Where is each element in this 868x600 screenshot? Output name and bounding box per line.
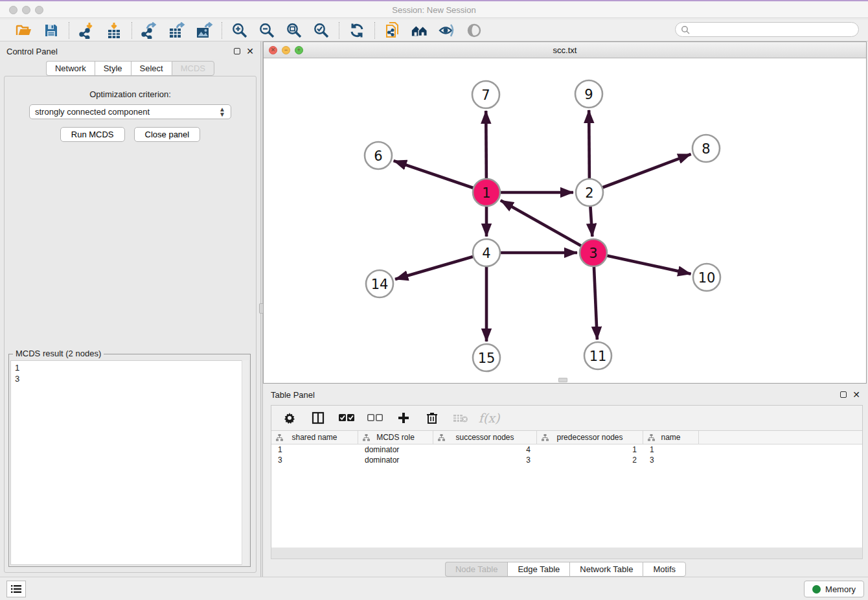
control-panel: Control Panel ✕ NetworkStyleSelectMCDS O… bbox=[0, 41, 260, 577]
import-network-icon[interactable] bbox=[78, 22, 96, 39]
mcds-result-group: MCDS result (2 nodes) 13 bbox=[8, 354, 251, 567]
memory-status-icon bbox=[812, 585, 821, 594]
tab-mcds[interactable]: MCDS bbox=[172, 61, 214, 76]
control-panel-close-icon[interactable]: ✕ bbox=[246, 48, 254, 54]
criterion-dropdown[interactable]: strongly connected component ▲▼ bbox=[29, 104, 231, 119]
edge-1-6[interactable] bbox=[394, 161, 486, 192]
import-table-icon[interactable] bbox=[105, 22, 123, 39]
tab-style[interactable]: Style bbox=[95, 61, 131, 76]
close-panel-button[interactable]: Close panel bbox=[134, 127, 201, 142]
cell-MCDS-role[interactable]: dominator bbox=[358, 444, 433, 455]
node-10[interactable]: 10 bbox=[693, 264, 720, 291]
criterion-value: strongly connected component bbox=[35, 107, 150, 117]
run-mcds-button[interactable]: Run MCDS bbox=[60, 127, 125, 142]
table-hscrollbar[interactable] bbox=[271, 548, 863, 559]
cell-successor-nodes[interactable]: 4 bbox=[433, 444, 537, 455]
table-panel-float-icon[interactable] bbox=[840, 391, 847, 398]
zoom-fit-icon[interactable] bbox=[285, 22, 303, 39]
svg-text:11: 11 bbox=[589, 349, 607, 364]
table-row[interactable]: 3dominator323 bbox=[271, 455, 862, 465]
node-7[interactable]: 7 bbox=[472, 81, 499, 108]
tab-select[interactable]: Select bbox=[131, 61, 172, 76]
clone-network-icon[interactable] bbox=[383, 22, 402, 39]
table-tabs: Node TableEdge TableNetwork TableMotifs bbox=[263, 562, 868, 577]
hide-selected-icon[interactable] bbox=[438, 22, 456, 39]
cell-MCDS-role[interactable]: dominator bbox=[358, 455, 433, 465]
table-options-icon[interactable] bbox=[282, 410, 297, 426]
node-9[interactable]: 9 bbox=[575, 80, 602, 108]
search-field[interactable] bbox=[675, 22, 859, 37]
table-panel: Table Panel ✕ bbox=[263, 386, 868, 577]
task-history-button[interactable] bbox=[6, 581, 26, 597]
mcds-result-item[interactable]: 1 bbox=[15, 362, 244, 373]
cell-shared-name[interactable]: 1 bbox=[271, 444, 358, 455]
zoom-out-icon[interactable] bbox=[258, 22, 276, 39]
node-6[interactable]: 6 bbox=[365, 142, 392, 169]
cell-name[interactable]: 1 bbox=[643, 444, 699, 455]
tab-edge-table[interactable]: Edge Table bbox=[507, 562, 569, 577]
tab-motifs[interactable]: Motifs bbox=[643, 562, 686, 577]
mcds-result-list[interactable]: 13 bbox=[10, 360, 249, 565]
tab-network[interactable]: Network bbox=[46, 61, 95, 76]
network-resize-grip[interactable] bbox=[558, 378, 567, 382]
open-file-icon[interactable] bbox=[15, 22, 33, 39]
node-11[interactable]: 11 bbox=[584, 342, 611, 369]
column-header-predecessor-nodes[interactable]: predecessor nodes bbox=[537, 431, 643, 444]
cell-shared-name[interactable]: 3 bbox=[271, 455, 358, 465]
app-titlebar: Session: New Session bbox=[0, 0, 868, 18]
search-input[interactable] bbox=[690, 24, 858, 36]
edge-3-1[interactable] bbox=[501, 200, 593, 253]
network-window-title: scc.txt bbox=[264, 45, 866, 55]
node-15[interactable]: 15 bbox=[473, 344, 500, 371]
export-image-icon[interactable] bbox=[195, 22, 213, 39]
svg-text:9: 9 bbox=[584, 87, 593, 102]
create-column-icon[interactable] bbox=[396, 410, 411, 426]
cell-predecessor-nodes[interactable]: 1 bbox=[537, 444, 643, 455]
tab-network-table[interactable]: Network Table bbox=[569, 562, 643, 577]
cell-successor-nodes[interactable]: 3 bbox=[433, 455, 537, 465]
edge-3-10[interactable] bbox=[593, 253, 691, 274]
table-panel-title: Table Panel bbox=[271, 390, 315, 400]
svg-text:2: 2 bbox=[585, 185, 593, 201]
node-8[interactable]: 8 bbox=[692, 135, 720, 162]
node-4[interactable]: 4 bbox=[473, 239, 500, 266]
first-neighbors-icon[interactable] bbox=[411, 22, 429, 39]
node-14[interactable]: 14 bbox=[366, 270, 393, 297]
refresh-view-icon[interactable] bbox=[348, 22, 366, 39]
export-table-icon[interactable] bbox=[168, 22, 186, 39]
export-network-icon[interactable] bbox=[141, 22, 159, 39]
zoom-in-icon[interactable] bbox=[231, 22, 249, 39]
column-header-MCDS-role[interactable]: MCDS role bbox=[358, 431, 433, 444]
deselect-all-rows-icon[interactable] bbox=[367, 410, 383, 426]
svg-text:1: 1 bbox=[482, 185, 490, 201]
node-3[interactable]: 3 bbox=[580, 239, 607, 266]
node-table-card: f(x) shared nameMCDS rolesuccessor nodes… bbox=[271, 405, 863, 556]
memory-button[interactable]: Memory bbox=[804, 581, 864, 597]
node-1[interactable]: 1 bbox=[473, 179, 500, 206]
edge-2-8[interactable] bbox=[589, 154, 691, 192]
table-panel-close-icon[interactable]: ✕ bbox=[852, 391, 860, 398]
select-all-rows-icon[interactable] bbox=[339, 410, 354, 426]
delete-columns-icon[interactable] bbox=[424, 410, 440, 426]
zoom-selected-icon[interactable] bbox=[312, 22, 330, 39]
main-toolbar bbox=[0, 20, 868, 41]
table-row[interactable]: 1dominator411 bbox=[271, 444, 862, 455]
network-window-titlebar[interactable]: scc.txt ✕ − + bbox=[264, 42, 866, 58]
tab-node-table[interactable]: Node Table bbox=[445, 562, 508, 577]
control-panel-float-icon[interactable] bbox=[234, 48, 240, 54]
column-selector-icon[interactable] bbox=[310, 410, 326, 426]
mcds-result-item[interactable]: 3 bbox=[15, 373, 244, 384]
node-2[interactable]: 2 bbox=[576, 179, 603, 206]
result-scrollbar[interactable] bbox=[242, 360, 249, 565]
show-graphics-details-icon[interactable] bbox=[465, 22, 483, 39]
cell-name[interactable]: 3 bbox=[643, 455, 699, 465]
svg-text:4: 4 bbox=[482, 246, 490, 261]
column-header-shared-name[interactable]: shared name bbox=[271, 431, 358, 444]
network-canvas[interactable]: 1234678910111415 bbox=[264, 58, 866, 383]
save-session-icon[interactable] bbox=[42, 22, 60, 39]
cell-predecessor-nodes[interactable]: 2 bbox=[537, 455, 643, 465]
status-bar: Memory bbox=[0, 577, 868, 600]
column-header-successor-nodes[interactable]: successor nodes bbox=[433, 431, 537, 444]
column-header-name[interactable]: name bbox=[643, 431, 699, 444]
network-graph[interactable]: 1234678910111415 bbox=[264, 58, 866, 383]
